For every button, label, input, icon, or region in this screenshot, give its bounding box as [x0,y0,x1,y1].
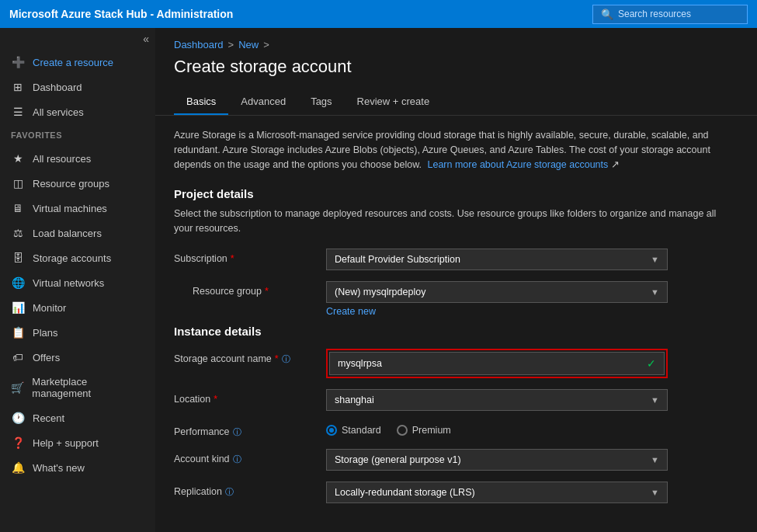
sidebar-item-resource-groups[interactable]: ◫ Resource groups [0,171,155,196]
subscription-group: Subscription * Default Provider Subscrip… [174,249,738,270]
chevron-down-icon: ▼ [651,255,659,264]
location-group: Location * shanghai ▼ [174,389,738,411]
sidebar-item-dashboard[interactable]: ⊞ Dashboard [0,75,155,99]
sidebar-collapse[interactable]: « [0,28,155,50]
san-required: * [275,353,279,364]
sidebar-item-virtual-machines[interactable]: 🖥 Virtual machines [0,196,155,221]
info-icon[interactable]: ⓘ [233,426,241,438]
search-box[interactable]: 🔍 [592,5,748,24]
tab-basics[interactable]: Basics [174,89,228,115]
info-icon[interactable]: ⓘ [233,454,241,465]
sidebar-item-marketplace[interactable]: 🛒 Marketplace management [0,370,155,405]
replication-group: Replication ⓘ Locally-redundant storage … [174,482,738,503]
performance-radio-group: Standard Premium [326,422,668,436]
marketplace-icon: 🛒 [11,381,24,394]
replication-control: Locally-redundant storage (LRS) ▼ [326,482,668,503]
storage-account-name-input[interactable]: mysqlrpsa ✓ [329,352,665,375]
location-label: Location * [174,389,314,405]
performance-label: Performance ⓘ [174,422,314,438]
location-value: shanghai [335,395,374,405]
breadcrumb-sep2: > [263,39,269,50]
sidebar-item-offers[interactable]: 🏷 Offers [0,345,155,370]
loc-required: * [214,394,217,405]
subscription-required: * [231,253,234,264]
sidebar-item-virtual-networks[interactable]: 🌐 Virtual networks [0,270,155,295]
sidebar-item-all-resources[interactable]: ★ All resources [0,146,155,171]
sidebar-item-all-services[interactable]: ☰ All services [0,99,155,124]
radio-premium-dot [397,425,408,436]
vm-icon: 🖥 [11,202,25,214]
learn-more-link[interactable]: Learn more about Azure storage accounts [428,159,609,170]
performance-control: Standard Premium [326,422,668,436]
sidebar-item-label: What's new [33,462,85,474]
subscription-dropdown[interactable]: Default Provider Subscription ▼ [326,249,668,270]
account-kind-value: Storage (general purpose v1) [335,454,461,465]
performance-premium[interactable]: Premium [397,425,451,436]
instance-details-title: Instance details [174,325,738,338]
performance-premium-label: Premium [412,425,451,436]
breadcrumb: Dashboard > New > [155,28,757,54]
account-kind-dropdown[interactable]: Storage (general purpose v1) ▼ [326,449,668,471]
offers-icon: 🏷 [11,351,25,363]
sidebar-item-plans[interactable]: 📋 Plans [0,320,155,345]
sidebar-item-help[interactable]: ❓ Help + support [0,430,155,455]
vnet-icon: 🌐 [11,276,25,289]
breadcrumb-dashboard[interactable]: Dashboard [174,39,224,50]
resource-group-group: Resource group * (New) mysqlrpdeploy ▼ C… [174,281,738,317]
sidebar-item-label: Storage accounts [33,252,111,264]
app-title: Microsoft Azure Stack Hub - Administrati… [9,8,233,20]
sidebar-item-monitor[interactable]: 📊 Monitor [0,295,155,320]
account-kind-group: Account kind ⓘ Storage (general purpose … [174,449,738,471]
sidebar-item-storage-accounts[interactable]: 🗄 Storage accounts [0,245,155,270]
tab-tags[interactable]: Tags [298,89,344,115]
breadcrumb-new[interactable]: New [238,39,259,50]
subscription-control: Default Provider Subscription ▼ [326,249,668,270]
sidebar-item-load-balancers[interactable]: ⚖ Load balancers [0,221,155,245]
sidebar-item-label: Virtual machines [33,203,107,214]
list-icon: ☰ [11,106,25,118]
replication-label: Replication ⓘ [174,482,314,498]
sidebar-item-label: Plans [33,327,58,339]
sidebar-item-label: Resource groups [33,178,109,190]
resource-group-dropdown[interactable]: (New) mysqlrpdeploy ▼ [326,281,668,303]
sidebar-item-create-resource[interactable]: ➕ Create a resource [0,50,155,75]
storage-icon: 🗄 [11,252,25,264]
sidebar-item-label: Marketplace management [32,376,144,399]
search-input[interactable] [618,9,739,19]
location-dropdown[interactable]: shanghai ▼ [326,389,668,411]
topbar: Microsoft Azure Stack Hub - Administrati… [0,0,757,28]
sidebar-item-whats-new[interactable]: 🔔 What's new [0,455,155,480]
tab-advanced[interactable]: Advanced [228,89,298,115]
sidebar-item-label: Virtual networks [33,277,104,289]
performance-standard-label: Standard [342,425,381,436]
replication-dropdown[interactable]: Locally-redundant storage (LRS) ▼ [326,482,668,503]
description-text: Azure Storage is a Microsoft-managed ser… [174,128,717,172]
sidebar-item-label: Offers [33,352,60,363]
help-icon: ❓ [11,436,25,449]
sidebar-item-recent[interactable]: 🕐 Recent [0,405,155,430]
subscription-label: Subscription * [174,249,314,264]
chevron-down-icon: ▼ [651,287,659,297]
monitor-icon: 📊 [11,301,25,314]
sidebar-item-label: Load balancers [33,228,102,239]
project-details-desc: Select the subscription to manage deploy… [174,207,717,236]
info-icon[interactable]: ⓘ [225,486,234,498]
breadcrumb-sep1: > [228,39,234,50]
search-icon: 🔍 [601,9,613,20]
main-content: Dashboard > New > Create storage account… [155,28,757,532]
favorites-header: FAVORITES [0,124,155,146]
resource-group-control: (New) mysqlrpdeploy ▼ Create new [326,281,668,317]
radio-standard-dot [326,425,337,436]
account-kind-label: Account kind ⓘ [174,449,314,465]
page-title: Create storage account [155,54,757,89]
lb-icon: ⚖ [11,227,25,239]
performance-standard[interactable]: Standard [326,425,381,436]
project-details-title: Project details [174,187,738,200]
collapse-icon[interactable]: « [143,33,149,45]
storage-account-name-group: Storage account name * ⓘ mysqlrpsa ✓ [174,349,738,378]
create-new-link[interactable]: Create new [326,306,376,317]
tab-review-create[interactable]: Review + create [345,89,443,115]
rg-required: * [265,286,269,297]
storage-account-name-value: mysqlrpsa [338,358,382,369]
info-icon[interactable]: ⓘ [282,353,290,365]
